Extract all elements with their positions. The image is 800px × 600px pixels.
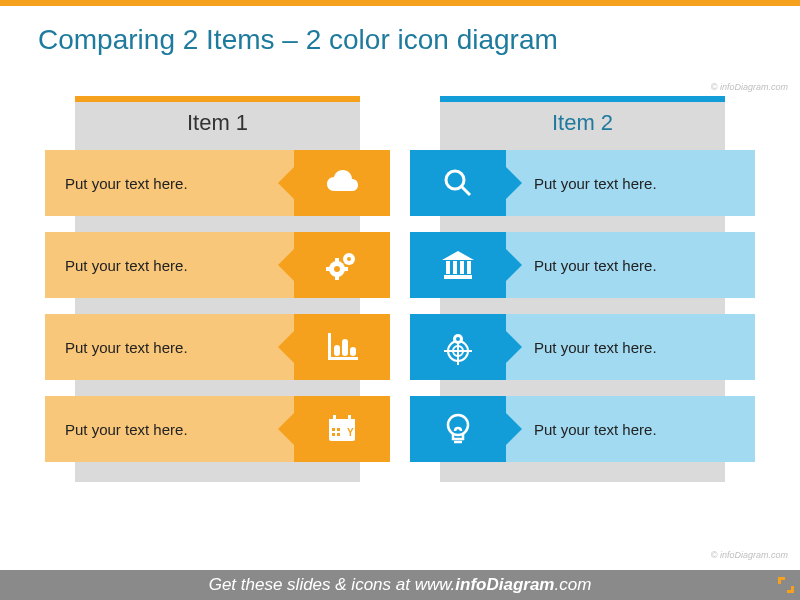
list-item: Put your text here. Y: [45, 396, 390, 462]
svg-marker-24: [442, 251, 474, 260]
bar-chart-icon: [294, 314, 390, 380]
row-text[interactable]: Put your text here.: [506, 396, 755, 462]
svg-rect-10: [334, 345, 340, 356]
list-item: Put your text here.: [45, 314, 390, 380]
svg-line-23: [462, 187, 470, 195]
list-item: Put your text here.: [45, 232, 390, 298]
svg-rect-28: [460, 261, 464, 274]
svg-rect-11: [342, 339, 348, 356]
comparison-columns: Item 1 Put your text here. Put your text…: [0, 66, 800, 462]
rows: Put your text here. Put your text here. …: [410, 150, 755, 462]
row-text[interactable]: Put your text here.: [45, 150, 294, 216]
svg-point-35: [456, 337, 460, 341]
svg-rect-17: [332, 428, 335, 431]
list-item: Put your text here.: [410, 396, 755, 462]
svg-rect-29: [467, 261, 471, 274]
list-item: Put your text here.: [410, 150, 755, 216]
svg-rect-5: [335, 276, 339, 280]
row-text[interactable]: Put your text here.: [506, 150, 755, 216]
footer-bar: Get these slides & icons at www.infoDiag…: [0, 570, 800, 600]
column-header: Item 2: [410, 96, 755, 150]
svg-rect-19: [332, 433, 335, 436]
watermark: © infoDiagram.com: [711, 82, 788, 92]
svg-rect-25: [444, 275, 472, 279]
svg-rect-26: [446, 261, 450, 274]
gears-icon: [294, 232, 390, 298]
svg-rect-7: [344, 267, 348, 271]
svg-rect-15: [333, 415, 336, 421]
svg-rect-39: [778, 577, 781, 584]
magnifier-icon: [410, 150, 506, 216]
svg-rect-27: [453, 261, 457, 274]
svg-point-3: [347, 257, 351, 261]
svg-point-22: [446, 171, 464, 189]
svg-point-36: [448, 415, 468, 435]
svg-rect-12: [350, 347, 356, 356]
lightbulb-icon: [410, 396, 506, 462]
calendar-icon: Y: [294, 396, 390, 462]
svg-rect-9: [328, 357, 358, 360]
cloud-icon: [294, 150, 390, 216]
row-text[interactable]: Put your text here.: [45, 396, 294, 462]
svg-rect-6: [326, 267, 330, 271]
svg-rect-41: [791, 586, 794, 593]
svg-rect-4: [335, 258, 339, 262]
column-header: Item 1: [45, 96, 390, 150]
column-item-1: Item 1 Put your text here. Put your text…: [45, 96, 390, 462]
list-item: Put your text here.: [410, 232, 755, 298]
list-item: Put your text here.: [410, 314, 755, 380]
target-pin-icon: [410, 314, 506, 380]
svg-rect-14: [329, 419, 355, 425]
svg-rect-20: [337, 433, 340, 436]
svg-rect-18: [337, 428, 340, 431]
svg-point-1: [334, 266, 340, 272]
row-text[interactable]: Put your text here.: [506, 232, 755, 298]
svg-text:Y: Y: [347, 427, 354, 438]
row-text[interactable]: Put your text here.: [506, 314, 755, 380]
column-item-2: Item 2 Put your text here. Put your text…: [410, 96, 755, 462]
row-text[interactable]: Put your text here.: [45, 232, 294, 298]
row-text[interactable]: Put your text here.: [45, 314, 294, 380]
slide-title: Comparing 2 Items – 2 color icon diagram: [0, 6, 800, 66]
svg-rect-8: [328, 333, 331, 359]
rows: Put your text here. Put your text here. …: [45, 150, 390, 462]
watermark: © infoDiagram.com: [711, 550, 788, 560]
footer-logo-icon: [778, 577, 794, 593]
footer-text: Get these slides & icons at www.infoDiag…: [209, 575, 592, 595]
list-item: Put your text here.: [45, 150, 390, 216]
bank-icon: [410, 232, 506, 298]
svg-rect-16: [348, 415, 351, 421]
